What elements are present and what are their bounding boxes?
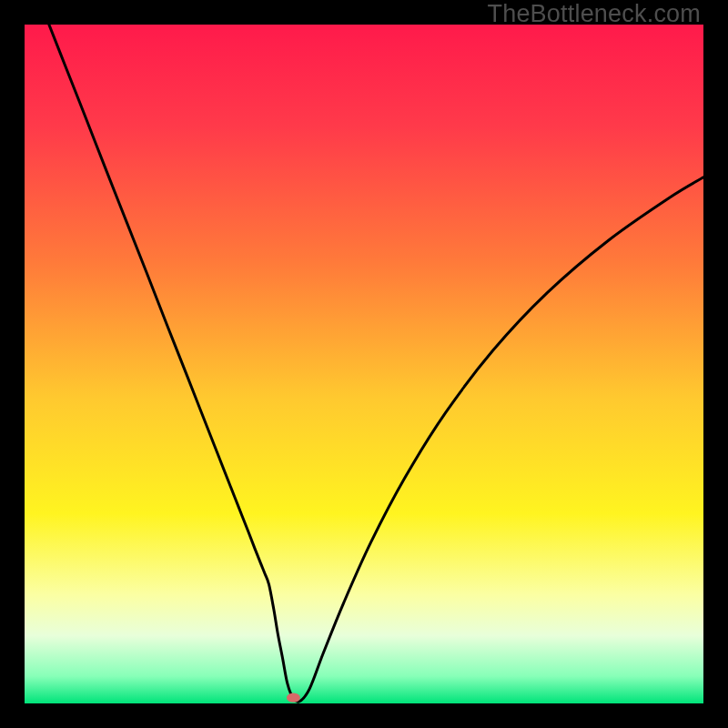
watermark-text: TheBottleneck.com xyxy=(487,0,701,28)
gradient-background xyxy=(25,25,703,703)
chart-frame: TheBottleneck.com xyxy=(0,0,728,728)
bottleneck-chart-svg xyxy=(25,25,703,703)
plot-area xyxy=(25,25,703,703)
optimum-marker xyxy=(287,693,300,702)
